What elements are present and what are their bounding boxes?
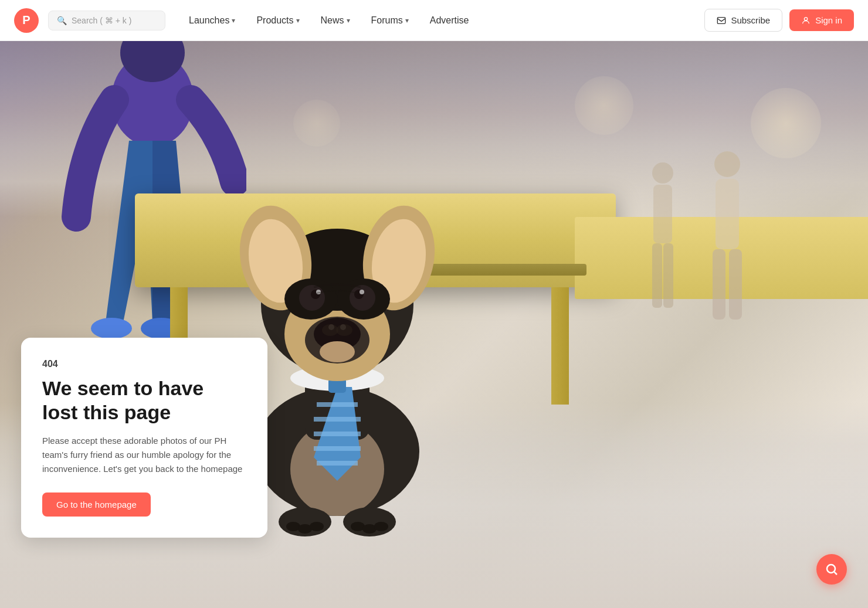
navbar: P 🔍 Search ( ⌘ + k ) Launches ▾ Products… bbox=[0, 0, 868, 41]
logo-circle: P bbox=[14, 8, 39, 33]
nav-links: Launches ▾ Products ▾ News ▾ Forums ▾ Ad… bbox=[179, 11, 704, 30]
logo[interactable]: P bbox=[14, 8, 39, 33]
nav-actions: Subscribe Sign in bbox=[704, 9, 854, 32]
svg-rect-11 bbox=[653, 185, 672, 243]
svg-point-34 bbox=[299, 285, 325, 311]
search-placeholder: Search ( ⌘ + k ) bbox=[72, 16, 131, 25]
error-code: 404 bbox=[42, 359, 246, 369]
store-light-1 bbox=[751, 88, 821, 158]
search-box[interactable]: 🔍 Search ( ⌘ + k ) bbox=[48, 11, 165, 30]
svg-point-35 bbox=[350, 285, 375, 311]
svg-point-45 bbox=[340, 324, 346, 330]
nav-item-advertise[interactable]: Advertise bbox=[421, 11, 479, 30]
search-fab-button[interactable] bbox=[816, 554, 847, 585]
chevron-down-icon: ▾ bbox=[232, 16, 235, 25]
svg-rect-13 bbox=[663, 243, 673, 308]
mail-icon bbox=[717, 16, 726, 25]
search-fab-icon bbox=[825, 562, 839, 576]
svg-point-10 bbox=[652, 162, 673, 184]
logo-letter: P bbox=[22, 13, 30, 27]
svg-point-4 bbox=[91, 318, 132, 339]
table-leg-right bbox=[551, 287, 569, 405]
nav-products-label: Products bbox=[256, 15, 293, 26]
svg-point-6 bbox=[714, 151, 740, 177]
svg-rect-7 bbox=[716, 179, 739, 249]
nav-launches-label: Launches bbox=[189, 15, 229, 26]
svg-point-54 bbox=[374, 522, 388, 531]
user-icon bbox=[801, 16, 811, 25]
error-description: Please accept these adorable photos of o… bbox=[42, 434, 246, 476]
go-to-homepage-button[interactable]: Go to the homepage bbox=[42, 492, 151, 517]
hero-background: 404 We seem to have lost this page Pleas… bbox=[0, 41, 868, 608]
error-title: We seem to have lost this page bbox=[42, 376, 246, 424]
chevron-down-icon: ▾ bbox=[296, 16, 300, 25]
chevron-down-icon: ▾ bbox=[405, 16, 409, 25]
nav-news-label: News bbox=[321, 15, 344, 26]
error-title-line2: lost this page bbox=[42, 401, 171, 423]
nav-forums-label: Forums bbox=[371, 15, 403, 26]
svg-rect-9 bbox=[729, 249, 742, 320]
svg-rect-8 bbox=[713, 249, 725, 320]
error-card: 404 We seem to have lost this page Pleas… bbox=[21, 338, 267, 538]
chevron-down-icon: ▾ bbox=[347, 16, 350, 25]
subscribe-button[interactable]: Subscribe bbox=[704, 9, 782, 32]
nav-item-news[interactable]: News ▾ bbox=[311, 11, 360, 30]
svg-point-39 bbox=[360, 290, 364, 294]
svg-point-44 bbox=[328, 324, 334, 330]
right-person-svg bbox=[704, 147, 751, 322]
error-title-line1: We seem to have bbox=[42, 377, 204, 399]
nav-advertise-label: Advertise bbox=[430, 15, 469, 26]
nav-item-products[interactable]: Products ▾ bbox=[247, 11, 308, 30]
search-icon: 🔍 bbox=[57, 16, 67, 25]
svg-point-1 bbox=[804, 17, 807, 20]
signin-label: Sign in bbox=[815, 15, 842, 25]
right-person-2-svg bbox=[645, 158, 680, 311]
svg-point-51 bbox=[310, 522, 324, 531]
nav-item-launches[interactable]: Launches ▾ bbox=[179, 11, 245, 30]
signin-button[interactable]: Sign in bbox=[789, 9, 854, 31]
svg-point-55 bbox=[827, 565, 835, 573]
right-person-1 bbox=[704, 147, 751, 322]
svg-point-46 bbox=[320, 341, 355, 362]
subscribe-label: Subscribe bbox=[731, 15, 770, 25]
svg-rect-0 bbox=[718, 17, 725, 23]
store-light-2 bbox=[575, 76, 633, 135]
nav-item-forums[interactable]: Forums ▾ bbox=[362, 11, 418, 30]
svg-rect-12 bbox=[652, 243, 662, 308]
right-person-2 bbox=[645, 158, 680, 311]
